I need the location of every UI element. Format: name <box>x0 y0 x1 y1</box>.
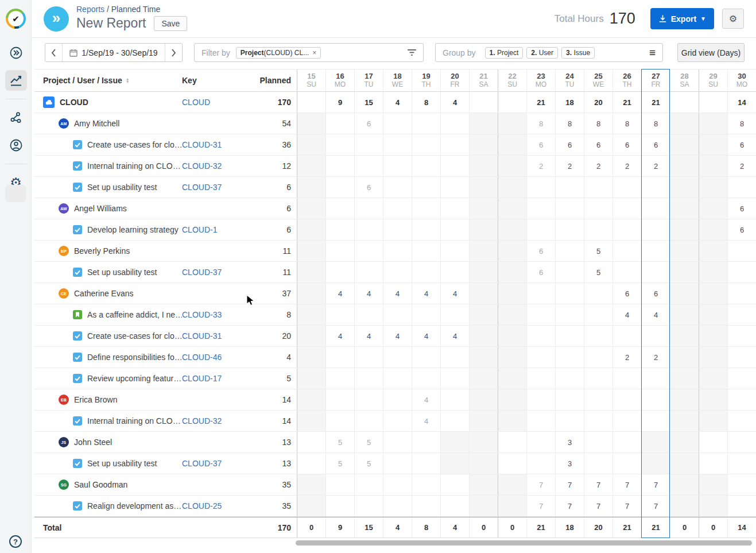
grid-cell[interactable] <box>383 177 412 198</box>
grid-cell[interactable]: 6 <box>584 134 612 155</box>
grid-cell[interactable] <box>727 474 756 495</box>
grid-cell[interactable] <box>612 177 641 198</box>
grid-cell[interactable] <box>383 198 412 219</box>
grid-cell[interactable]: 2 <box>584 156 612 176</box>
grid-cell[interactable] <box>297 262 325 283</box>
grid-cell[interactable] <box>354 241 383 261</box>
grid-cell[interactable] <box>670 474 699 495</box>
grid-cell[interactable] <box>440 304 469 325</box>
grid-cell[interactable] <box>325 134 354 155</box>
grid-cell[interactable] <box>297 432 325 453</box>
grid-cell[interactable] <box>670 113 699 134</box>
grid-cell[interactable] <box>641 411 670 431</box>
grid-cell[interactable] <box>325 474 354 495</box>
grid-cell[interactable] <box>469 156 498 176</box>
grid-cell[interactable] <box>612 432 641 453</box>
grid-cell[interactable] <box>498 134 526 155</box>
grid-cell[interactable] <box>498 474 526 495</box>
report-settings-button[interactable]: ⚙ <box>722 9 744 29</box>
grid-cell[interactable] <box>727 496 756 516</box>
grid-cell[interactable] <box>670 453 699 474</box>
grid-cell[interactable] <box>469 219 498 240</box>
grid-cell[interactable]: 7 <box>584 496 612 516</box>
grid-cell[interactable] <box>727 326 756 346</box>
grid-cell[interactable] <box>670 219 699 240</box>
grid-cell[interactable] <box>354 156 383 176</box>
grid-cell[interactable] <box>641 326 670 346</box>
grid-cell[interactable] <box>526 326 555 346</box>
grid-cell[interactable] <box>354 262 383 283</box>
grid-cell[interactable]: 8 <box>412 517 440 537</box>
grid-cell[interactable] <box>498 177 526 198</box>
grid-cell[interactable] <box>612 262 641 283</box>
grid-cell[interactable] <box>354 496 383 516</box>
grid-cell[interactable] <box>555 283 584 304</box>
grid-cell[interactable] <box>612 241 641 261</box>
grid-cell[interactable] <box>699 304 727 325</box>
grid-cell[interactable]: 7 <box>641 474 670 495</box>
grid-cell[interactable] <box>297 177 325 198</box>
grid-cell[interactable]: 7 <box>584 474 612 495</box>
grid-cell[interactable] <box>498 113 526 134</box>
grid-cell[interactable]: 8 <box>641 113 670 134</box>
grid-cell[interactable] <box>555 262 584 283</box>
grid-cell[interactable] <box>440 347 469 368</box>
grid-cell[interactable] <box>699 326 727 346</box>
issue-key-link[interactable]: CLOUD-1 <box>182 225 217 234</box>
issue-key-link[interactable]: CLOUD-33 <box>182 310 222 319</box>
grid-cell[interactable] <box>555 219 584 240</box>
grid-cell[interactable] <box>699 92 727 113</box>
grid-cell[interactable]: 6 <box>612 134 641 155</box>
help-icon[interactable]: ? <box>9 535 22 548</box>
grid-cell[interactable] <box>584 389 612 410</box>
grid-cell[interactable] <box>641 241 670 261</box>
grid-cell[interactable] <box>727 241 756 261</box>
grid-cell[interactable]: 7 <box>612 474 641 495</box>
grid-cell[interactable]: 9 <box>325 92 354 113</box>
next-period-button[interactable] <box>165 44 182 61</box>
grid-cell[interactable]: 2 <box>612 156 641 176</box>
grid-cell[interactable]: 5 <box>354 432 383 453</box>
grid-cell[interactable] <box>498 219 526 240</box>
grid-cell[interactable]: 5 <box>584 241 612 261</box>
grid-cell[interactable] <box>412 304 440 325</box>
sidebar-item-planning[interactable] <box>5 107 27 128</box>
grid-cell[interactable] <box>612 326 641 346</box>
grid-cell[interactable] <box>469 474 498 495</box>
grid-cell[interactable] <box>727 283 756 304</box>
grid-cell[interactable]: 6 <box>526 134 555 155</box>
grid-cell[interactable] <box>440 156 469 176</box>
grid-cell[interactable] <box>670 304 699 325</box>
grid-cell[interactable] <box>297 113 325 134</box>
grid-cell[interactable] <box>383 304 412 325</box>
grid-cell[interactable]: 4 <box>612 304 641 325</box>
grid-cell[interactable]: 15 <box>354 92 383 113</box>
grid-cell[interactable]: 14 <box>727 92 756 113</box>
grid-cell[interactable] <box>469 92 498 113</box>
grid-cell[interactable] <box>526 432 555 453</box>
grid-cell[interactable] <box>412 347 440 368</box>
grid-cell[interactable] <box>526 347 555 368</box>
grid-cell[interactable] <box>469 134 498 155</box>
grid-cell[interactable] <box>469 262 498 283</box>
grid-cell[interactable] <box>670 283 699 304</box>
grid-cell[interactable] <box>612 368 641 389</box>
grid-cell[interactable] <box>354 219 383 240</box>
tempo-logo[interactable] <box>6 9 26 29</box>
grid-cell[interactable] <box>412 219 440 240</box>
grid-cell[interactable] <box>297 198 325 219</box>
grid-cell[interactable]: 21 <box>612 92 641 113</box>
grid-cell[interactable] <box>584 219 612 240</box>
grid-cell[interactable] <box>727 177 756 198</box>
grid-cell[interactable] <box>325 177 354 198</box>
grid-cell[interactable]: 4 <box>440 92 469 113</box>
grid-cell[interactable]: 8 <box>555 113 584 134</box>
grid-cell[interactable] <box>354 134 383 155</box>
grid-cell[interactable] <box>699 219 727 240</box>
grid-cell[interactable] <box>325 198 354 219</box>
grid-cell[interactable] <box>612 453 641 474</box>
grid-cell[interactable] <box>440 496 469 516</box>
grid-cell[interactable] <box>699 347 727 368</box>
grid-cell[interactable] <box>498 326 526 346</box>
grid-cell[interactable] <box>699 177 727 198</box>
